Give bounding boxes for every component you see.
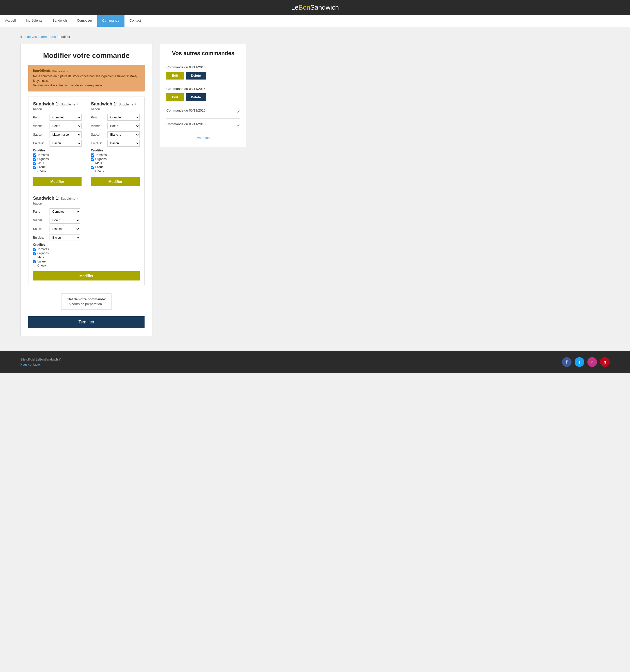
nav-ingredients[interactable]: Ingrédients [21,15,47,27]
sandwich-card-3: Sandwich 1: Supplément bacon Pain: Compl… [28,191,145,285]
enplus-row-3: En plus: Bacon [33,234,140,241]
commande-row-4: Commande du 05/11/2016 ✓ [166,119,240,133]
commande-date-1: Commande du 08/11/2016 [166,65,240,69]
modify-button-2[interactable]: Modifier [91,177,140,186]
pinterest-icon[interactable]: p [600,357,610,367]
edit-button-2[interactable]: Edit [166,93,184,101]
crudite-mais-2[interactable]: Maïs [91,161,140,165]
voir-plus-link[interactable]: Voir plus [197,136,210,140]
sauce-row-1: Sauce: Mayonnaise [33,131,81,138]
viande-select-1[interactable]: Boeuf [50,123,81,129]
sauce-select-1[interactable]: Mayonnaise [50,131,81,138]
crudite-laitue-3[interactable]: Laitue [33,260,140,263]
sandwich-2-heading: Sandwich 1: Supplément [91,101,140,107]
commande-row-1: Commande du 08/11/2016 Edit Delete [166,62,240,83]
pain-row-1: Pain: Complet [33,114,81,121]
title-le: Le [291,4,298,11]
check-icon-3: ✓ [237,109,240,114]
viande-row-2: Viande: Boeuf [91,123,140,129]
delete-button-2[interactable]: Delete [186,93,206,101]
sandwich-card-1: Sandwich 1: Supplément bacon Pain: Compl… [28,97,87,191]
sandwich-3-heading: Sandwich 1: Supplément [33,196,140,201]
sandwich-3-subheading: bacon [33,201,140,205]
commande-actions-1: Edit Delete [166,72,240,79]
terminer-button[interactable]: Terminer [28,316,145,328]
nav-commande[interactable]: Commande [97,15,124,27]
crudite-oignons-2[interactable]: Oignons [91,157,140,161]
nav-accueil[interactable]: Accueil [0,15,21,27]
pain-select-2[interactable]: Complet [107,114,140,121]
nav-composer[interactable]: Composer [72,15,97,27]
pain-row-2: Pain: Complet [91,114,140,121]
crudite-oignons-1[interactable]: Oignons [33,157,81,161]
breadcrumb-current: modifier [58,35,70,39]
delete-button-1[interactable]: Delete [186,72,206,79]
crudites-label-2: Crudités: [91,149,140,152]
crudite-tomates-1[interactable]: Tomates [33,153,81,157]
pain-label-3: Pain: [33,210,50,213]
viande-label-2: Viande: [91,124,107,128]
pain-row-3: Pain: Complet [33,208,140,215]
enplus-label-3: En plus: [33,236,50,239]
footer-copyright: Site officiel LeBonSandwich © [20,358,61,361]
state-value: En cours de préparation [67,302,106,306]
enplus-select-3[interactable]: Bacon [50,234,80,241]
crudite-choux-2[interactable]: Choux [91,169,140,173]
nav-contact[interactable]: Contact [124,15,146,27]
commande-date-4: Commande du 05/11/2016 [166,122,205,126]
crudite-tomates-3[interactable]: Tomates [33,247,140,251]
sauce-select-2[interactable]: Blanche [107,131,140,138]
crudite-choux-3[interactable]: Choux [33,264,140,267]
crudite-mais-3[interactable]: Maïs [33,256,140,259]
enplus-row-2: En plus: Bacon [91,140,140,147]
viande-row-3: Viande: Boeuf [33,217,140,223]
title-sandwich: Sandwich [310,4,339,11]
title-bon: Bon [298,4,310,11]
crudite-mais-1[interactable]: Maïs [33,161,81,165]
twitter-icon[interactable]: t [575,357,584,367]
sandwich-1-heading: Sandwich 1: Supplément [33,101,81,107]
navbar: Accueil Ingrédients Sandwich Composer Co… [0,15,630,27]
crudite-tomates-2[interactable]: Tomates [91,153,140,157]
sauce-label-1: Sauce: [33,133,50,137]
state-box: Etat de votre commande: En cours de prép… [61,293,111,310]
instagram-icon[interactable]: in [587,357,597,367]
viande-select-2[interactable]: Boeuf [107,123,140,129]
crudite-oignons-3[interactable]: Oignons [33,251,140,255]
facebook-icon[interactable]: f [562,357,572,367]
page-title: Modifier votre commande [28,52,145,60]
enplus-row-1: En plus: Bacon [33,140,81,147]
main-container: Modifier votre commande Ingrédients manq… [0,41,630,346]
sauce-label-3: Sauce: [33,227,50,231]
footer: Site officiel LeBonSandwich © Nous conta… [0,351,630,373]
pain-select-3[interactable]: Complet [50,208,80,215]
breadcrumb-link[interactable]: liste de vos commandes [20,35,56,39]
state-container: Etat de votre commande: En cours de prép… [28,289,145,314]
pain-select-1[interactable]: Complet [50,114,81,121]
right-panel-title: Vos autres commandes [166,50,240,57]
sandwich-card-2: Sandwich 1: Supplément bacon Pain: Compl… [87,97,144,191]
pain-label-2: Pain: [91,116,107,119]
crudites-section-3: Crudités: Tomates Oignons Maïs Laitue Ch… [33,243,140,267]
modify-button-1[interactable]: Modifier [33,177,81,186]
enplus-select-1[interactable]: Bacon [50,140,81,147]
sauce-select-3[interactable]: Blanche [50,225,80,232]
nav-sandwich[interactable]: Sandwich [47,15,72,27]
site-title: LeBonSandwich [291,4,339,11]
crudites-section-2: Crudités: Tomates Oignons Maïs Laitue Ch… [91,149,140,173]
crudite-laitue-2[interactable]: Laitue [91,165,140,169]
footer-contact-link[interactable]: Nous contacter [20,363,61,366]
edit-button-1[interactable]: Edit [166,72,184,79]
viande-row-1: Viande: Boeuf [33,123,81,129]
enplus-label-1: En plus: [33,142,50,145]
crudite-choux-1[interactable]: Choux [33,169,81,173]
alert-box: Ingrédients manquant ! Nous sommes en ru… [28,65,145,92]
alert-text: Nous sommes en rupture de stock concerna… [33,74,140,88]
crudite-laitue-1[interactable]: Laitue [33,165,81,169]
viande-select-3[interactable]: Boeuf [50,217,80,223]
crudites-label-3: Crudités: [33,243,140,246]
crudites-label-1: Crudités: [33,149,81,152]
modify-button-3[interactable]: Modifier [33,271,140,281]
breadcrumb: liste de vos commandes / modifier [0,27,630,41]
enplus-select-2[interactable]: Bacon [107,140,140,147]
